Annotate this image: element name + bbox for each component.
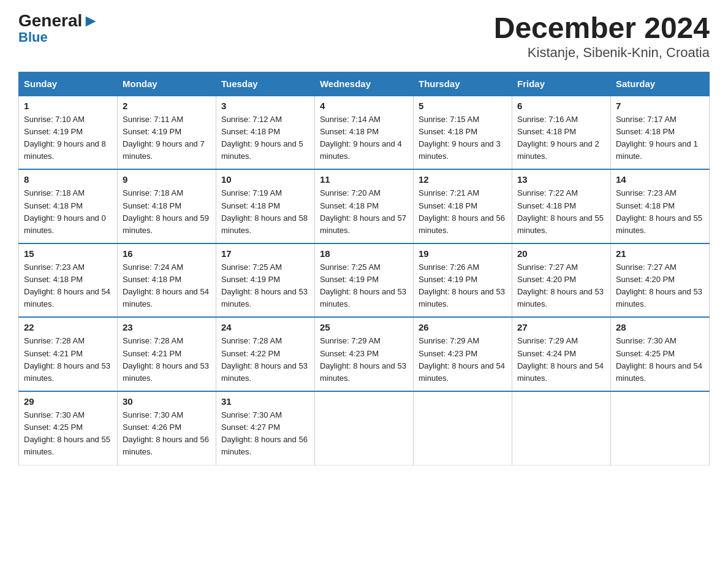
day-number: 15 bbox=[24, 248, 112, 259]
calendar-cell: 6 Sunrise: 7:16 AMSunset: 4:18 PMDayligh… bbox=[512, 96, 610, 170]
calendar-cell: 28 Sunrise: 7:30 AMSunset: 4:25 PMDaylig… bbox=[610, 317, 709, 391]
day-info: Sunrise: 7:25 AMSunset: 4:19 PMDaylight:… bbox=[221, 262, 308, 308]
calendar-subtitle: Kistanje, Sibenik-Knin, Croatia bbox=[494, 45, 710, 61]
week-row-2: 8 Sunrise: 7:18 AMSunset: 4:18 PMDayligh… bbox=[19, 169, 710, 243]
day-info: Sunrise: 7:29 AMSunset: 4:24 PMDaylight:… bbox=[517, 336, 604, 382]
day-info: Sunrise: 7:28 AMSunset: 4:22 PMDaylight:… bbox=[221, 336, 308, 382]
calendar-cell: 24 Sunrise: 7:28 AMSunset: 4:22 PMDaylig… bbox=[216, 317, 314, 391]
calendar-cell: 9 Sunrise: 7:18 AMSunset: 4:18 PMDayligh… bbox=[117, 169, 216, 243]
calendar-cell: 31 Sunrise: 7:30 AMSunset: 4:27 PMDaylig… bbox=[216, 391, 314, 465]
calendar-cell: 5 Sunrise: 7:15 AMSunset: 4:18 PMDayligh… bbox=[413, 96, 512, 170]
header-row: Sunday Monday Tuesday Wednesday Thursday… bbox=[19, 72, 710, 96]
day-number: 7 bbox=[616, 101, 704, 111]
logo: General► Blue bbox=[18, 12, 99, 44]
day-info: Sunrise: 7:26 AMSunset: 4:19 PMDaylight:… bbox=[419, 262, 505, 308]
day-info: Sunrise: 7:25 AMSunset: 4:19 PMDaylight:… bbox=[320, 262, 406, 308]
day-number: 17 bbox=[221, 248, 309, 259]
calendar-cell: 11 Sunrise: 7:20 AMSunset: 4:18 PMDaylig… bbox=[314, 169, 413, 243]
calendar-cell: 25 Sunrise: 7:29 AMSunset: 4:23 PMDaylig… bbox=[314, 317, 413, 391]
header-monday: Monday bbox=[117, 72, 216, 96]
day-info: Sunrise: 7:15 AMSunset: 4:18 PMDaylight:… bbox=[419, 115, 501, 161]
day-info: Sunrise: 7:30 AMSunset: 4:27 PMDaylight:… bbox=[221, 410, 308, 456]
day-number: 31 bbox=[221, 396, 309, 407]
day-info: Sunrise: 7:28 AMSunset: 4:21 PMDaylight:… bbox=[123, 336, 209, 382]
calendar-cell: 8 Sunrise: 7:18 AMSunset: 4:18 PMDayligh… bbox=[19, 169, 118, 243]
day-number: 25 bbox=[320, 322, 408, 332]
week-row-5: 29 Sunrise: 7:30 AMSunset: 4:25 PMDaylig… bbox=[19, 391, 710, 465]
day-info: Sunrise: 7:24 AMSunset: 4:18 PMDaylight:… bbox=[123, 262, 209, 308]
header-saturday: Saturday bbox=[610, 72, 709, 96]
header-tuesday: Tuesday bbox=[216, 72, 314, 96]
calendar-cell: 30 Sunrise: 7:30 AMSunset: 4:26 PMDaylig… bbox=[117, 391, 216, 465]
week-row-3: 15 Sunrise: 7:23 AMSunset: 4:18 PMDaylig… bbox=[19, 243, 710, 318]
calendar-cell: 20 Sunrise: 7:27 AMSunset: 4:20 PMDaylig… bbox=[512, 243, 610, 318]
day-info: Sunrise: 7:10 AMSunset: 4:19 PMDaylight:… bbox=[24, 115, 106, 161]
calendar-title: December 2024 bbox=[494, 12, 710, 45]
calendar-cell: 19 Sunrise: 7:26 AMSunset: 4:19 PMDaylig… bbox=[413, 243, 512, 318]
day-number: 28 bbox=[616, 322, 704, 332]
day-info: Sunrise: 7:27 AMSunset: 4:20 PMDaylight:… bbox=[517, 262, 604, 308]
day-info: Sunrise: 7:30 AMSunset: 4:25 PMDaylight:… bbox=[616, 336, 702, 382]
calendar-cell: 16 Sunrise: 7:24 AMSunset: 4:18 PMDaylig… bbox=[117, 243, 216, 318]
calendar-cell: 23 Sunrise: 7:28 AMSunset: 4:21 PMDaylig… bbox=[117, 317, 216, 391]
calendar-cell: 18 Sunrise: 7:25 AMSunset: 4:19 PMDaylig… bbox=[314, 243, 413, 318]
day-info: Sunrise: 7:30 AMSunset: 4:26 PMDaylight:… bbox=[123, 410, 209, 456]
week-row-1: 1 Sunrise: 7:10 AMSunset: 4:19 PMDayligh… bbox=[19, 96, 710, 170]
day-info: Sunrise: 7:18 AMSunset: 4:18 PMDaylight:… bbox=[24, 188, 106, 234]
day-number: 13 bbox=[517, 174, 605, 185]
logo-text-general: General► bbox=[18, 12, 99, 29]
day-number: 29 bbox=[24, 396, 112, 407]
day-number: 16 bbox=[123, 248, 211, 259]
calendar-body: 1 Sunrise: 7:10 AMSunset: 4:19 PMDayligh… bbox=[19, 96, 710, 465]
calendar-cell bbox=[512, 391, 610, 465]
day-info: Sunrise: 7:23 AMSunset: 4:18 PMDaylight:… bbox=[616, 188, 702, 234]
page-header: General► Blue December 2024 Kistanje, Si… bbox=[18, 12, 710, 61]
day-info: Sunrise: 7:29 AMSunset: 4:23 PMDaylight:… bbox=[320, 336, 406, 382]
day-number: 1 bbox=[24, 101, 112, 111]
header-wednesday: Wednesday bbox=[314, 72, 413, 96]
header-sunday: Sunday bbox=[19, 72, 118, 96]
day-number: 30 bbox=[123, 396, 211, 407]
day-info: Sunrise: 7:28 AMSunset: 4:21 PMDaylight:… bbox=[24, 336, 110, 382]
calendar-header: Sunday Monday Tuesday Wednesday Thursday… bbox=[19, 72, 710, 96]
calendar-cell: 2 Sunrise: 7:11 AMSunset: 4:19 PMDayligh… bbox=[117, 96, 216, 170]
day-number: 9 bbox=[123, 174, 211, 185]
day-number: 22 bbox=[24, 322, 112, 332]
calendar-cell bbox=[314, 391, 413, 465]
week-row-4: 22 Sunrise: 7:28 AMSunset: 4:21 PMDaylig… bbox=[19, 317, 710, 391]
day-number: 21 bbox=[616, 248, 704, 259]
calendar-cell: 15 Sunrise: 7:23 AMSunset: 4:18 PMDaylig… bbox=[19, 243, 118, 318]
calendar-cell: 14 Sunrise: 7:23 AMSunset: 4:18 PMDaylig… bbox=[610, 169, 709, 243]
calendar-cell: 21 Sunrise: 7:27 AMSunset: 4:20 PMDaylig… bbox=[610, 243, 709, 318]
calendar-cell: 27 Sunrise: 7:29 AMSunset: 4:24 PMDaylig… bbox=[512, 317, 610, 391]
calendar-cell: 3 Sunrise: 7:12 AMSunset: 4:18 PMDayligh… bbox=[216, 96, 314, 170]
calendar-cell: 12 Sunrise: 7:21 AMSunset: 4:18 PMDaylig… bbox=[413, 169, 512, 243]
day-number: 11 bbox=[320, 174, 408, 185]
day-info: Sunrise: 7:23 AMSunset: 4:18 PMDaylight:… bbox=[24, 262, 110, 308]
day-number: 14 bbox=[616, 174, 704, 185]
day-info: Sunrise: 7:17 AMSunset: 4:18 PMDaylight:… bbox=[616, 115, 698, 161]
calendar-cell: 1 Sunrise: 7:10 AMSunset: 4:19 PMDayligh… bbox=[19, 96, 118, 170]
day-info: Sunrise: 7:21 AMSunset: 4:18 PMDaylight:… bbox=[419, 188, 505, 234]
day-info: Sunrise: 7:20 AMSunset: 4:18 PMDaylight:… bbox=[320, 188, 406, 234]
day-number: 5 bbox=[419, 101, 507, 111]
logo-arrow-icon: ► bbox=[82, 12, 99, 29]
day-number: 18 bbox=[320, 248, 408, 259]
day-number: 20 bbox=[517, 248, 605, 259]
calendar-cell: 10 Sunrise: 7:19 AMSunset: 4:18 PMDaylig… bbox=[216, 169, 314, 243]
calendar-cell: 7 Sunrise: 7:17 AMSunset: 4:18 PMDayligh… bbox=[610, 96, 709, 170]
day-info: Sunrise: 7:18 AMSunset: 4:18 PMDaylight:… bbox=[123, 188, 209, 234]
header-thursday: Thursday bbox=[413, 72, 512, 96]
calendar-cell: 26 Sunrise: 7:29 AMSunset: 4:23 PMDaylig… bbox=[413, 317, 512, 391]
calendar-cell bbox=[610, 391, 709, 465]
day-info: Sunrise: 7:27 AMSunset: 4:20 PMDaylight:… bbox=[616, 262, 702, 308]
logo-text-blue: Blue bbox=[18, 31, 48, 44]
calendar-cell: 22 Sunrise: 7:28 AMSunset: 4:21 PMDaylig… bbox=[19, 317, 118, 391]
day-info: Sunrise: 7:19 AMSunset: 4:18 PMDaylight:… bbox=[221, 188, 308, 234]
calendar-cell: 13 Sunrise: 7:22 AMSunset: 4:18 PMDaylig… bbox=[512, 169, 610, 243]
day-number: 24 bbox=[221, 322, 309, 332]
title-section: December 2024 Kistanje, Sibenik-Knin, Cr… bbox=[494, 12, 710, 61]
day-info: Sunrise: 7:11 AMSunset: 4:19 PMDaylight:… bbox=[123, 115, 205, 161]
day-info: Sunrise: 7:22 AMSunset: 4:18 PMDaylight:… bbox=[517, 188, 604, 234]
day-number: 12 bbox=[419, 174, 507, 185]
